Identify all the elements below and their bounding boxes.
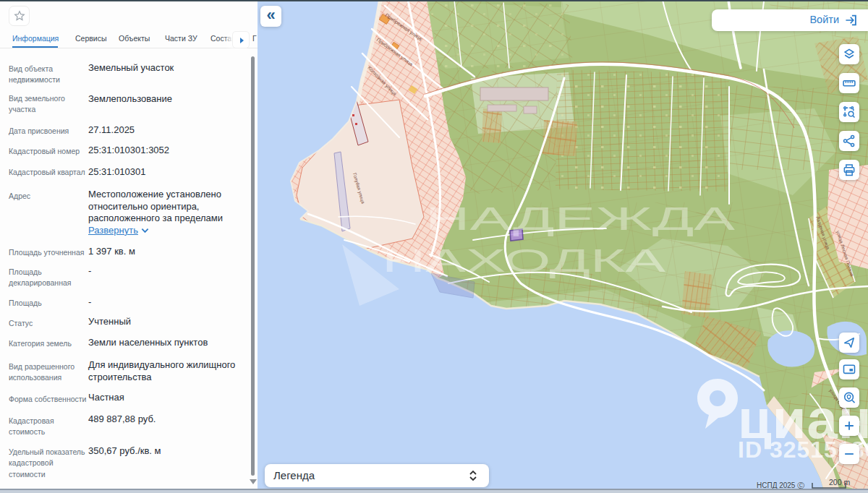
svg-text:НАДЕЖДА: НАДЕЖДА [425,201,736,236]
svg-text:НАХОДКА: НАХОДКА [382,243,666,278]
